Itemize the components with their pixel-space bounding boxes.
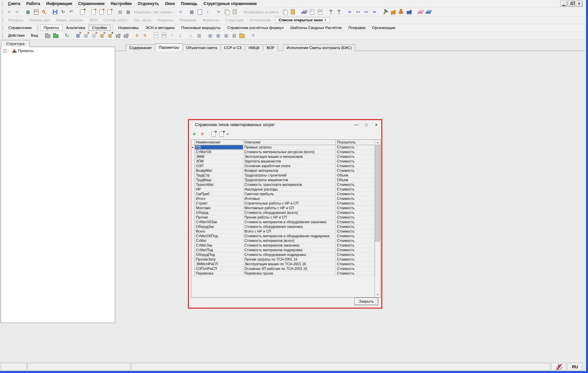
content-tab-1[interactable]: Содержание [126,44,155,51]
workspace-tab-5[interactable]: Нормативы [115,25,142,30]
cell[interactable]: Стоимость материалов заказчика [243,243,336,248]
menu-item-5[interactable]: Настройки [108,0,135,7]
outdent-icon[interactable]: ↤ [354,8,362,16]
normative-base-blue-icon[interactable] [424,8,432,16]
cell[interactable]: Стоимость материалов и оборудования подр… [243,234,336,238]
cell[interactable]: Стоимость [336,168,375,173]
transport-gray1-icon[interactable] [114,32,122,39]
table-row[interactable]: ОборудСтоимость оборудования (всего)Стои… [191,211,380,215]
cell[interactable]: Итого [195,197,243,201]
delete-row-icon[interactable]: × [177,8,184,16]
cell[interactable]: Стоимость [336,206,375,210]
cell[interactable]: Трудозатраты машинистов [243,178,336,182]
content-tab-6[interactable]: ВОР [263,44,278,51]
table-scrollbar[interactable]: ▲ ▼ [375,140,380,297]
cell[interactable]: Эксплуатация машин по ТСН-2001.16 [243,262,336,266]
table-row[interactable]: ►ПЗПрямые затратыСтоимость [191,145,380,150]
norm-grid3-icon[interactable]: ▦ [222,32,230,39]
workspace-tab-8[interactable]: Справочник расчётных формул [224,25,287,30]
content-tab-5[interactable]: НМЦК [245,44,263,51]
table-row[interactable]: ПрочиеЗатрПрочие затраты по ТСН-2001.16С… [191,257,380,262]
menu-item-1[interactable]: Смета [5,0,23,7]
dialog-minimize-button[interactable]: — [351,120,361,129]
table-row[interactable]: МонтажнМонтажные работы с НР и СПСтоимос… [191,206,380,211]
cell[interactable]: Стоимость [336,271,375,276]
page-pr-icon[interactable]: ПР [316,8,324,16]
export-record-icon[interactable] [218,130,225,138]
table-row[interactable]: СтМатОбЗакСтоимость материалов и оборудо… [191,220,380,225]
indent-icon[interactable]: ↦ [362,8,370,16]
cell[interactable]: ОЗП [195,164,243,168]
window-restore-button[interactable] [568,1,575,7]
cut-icon[interactable]: ✂ [215,8,222,16]
menubar-grip[interactable] [2,1,3,6]
cell[interactable]: Объем [336,178,375,182]
copy-to-estimate-icon[interactable] [281,8,288,16]
table-row[interactable]: ПрочиеПрочие работы с НР и СПСтоимость [191,215,380,220]
cell[interactable]: Стоимость [336,145,375,149]
cell[interactable]: СтМатОбПод [195,234,243,238]
table-row[interactable]: ТрудМашТрудозатраты машинистовОбъем [191,178,380,182]
move-up-icon[interactable]: ↑ [168,32,176,39]
workspace-tab-7[interactable]: Поисковые маршруты [178,25,224,30]
content-tab-7[interactable]: Исполнение Сметы контракта (ЕИС) [283,44,355,51]
cell[interactable]: ПЗ [195,145,243,149]
column-header-1[interactable]: Наименование [195,140,243,145]
cell[interactable]: Стоимость [336,192,375,196]
tree-expand-icon[interactable]: + [3,49,7,53]
cell[interactable]: Стоимость [336,225,375,229]
workspace-tab-3[interactable]: Аналитика [63,25,88,30]
table-row[interactable]: СтроитСтроительные работы с НР и СПСтоим… [191,201,380,206]
folder-open-icon[interactable] [52,32,59,39]
machines-truck-icon[interactable] [405,8,413,16]
cell[interactable]: Объем [336,173,375,177]
table-row[interactable]: ВсегоВсего с НР и СПСтоимость [191,229,380,234]
toolbar-grip[interactable] [2,9,3,15]
import-record-icon[interactable] [210,130,217,138]
refresh-tree-icon[interactable]: ↻ [63,32,70,39]
scroll-up-button[interactable]: ▲ [375,140,380,145]
cell[interactable]: Стоимость [336,253,375,257]
cell[interactable]: Накладные расходы [243,187,336,192]
menu-item-7[interactable]: Окно [162,0,178,7]
insert-position-icon[interactable] [97,8,105,16]
paste-icon[interactable] [231,8,238,16]
table-row[interactable]: ОЗПсНРиСПОсновная ЗП рабочих по ТСН-2001… [191,267,380,271]
table-row[interactable]: СмПрибСметная прибыльСтоимость [191,192,380,197]
resource-book-icon[interactable]: ▦ [125,8,132,16]
cell[interactable]: Стоимость [336,164,375,168]
table-row[interactable]: ЭММЭксплуатация машин и механизмовСтоимо… [191,154,380,159]
menu-item-9[interactable]: Структурные справочники [200,0,259,7]
cell[interactable]: ОЗПсНРиСП [195,267,243,271]
cell[interactable]: Стоимость [336,159,375,163]
transport-truck-icon[interactable] [389,8,397,16]
cell[interactable]: ОборудПод [195,253,243,257]
panels-toolbar-grip[interactable] [2,17,3,23]
cell[interactable]: СтМат [195,239,243,243]
outdent-start-icon[interactable]: ↞ [346,8,354,16]
cell[interactable]: СтМатЗак [195,243,243,248]
table-row[interactable]: ТранспМатСтоимость транспорта материалов… [191,182,380,187]
cell[interactable]: ЗПМ [195,159,243,163]
menu-item-4[interactable]: Справочники [75,0,108,7]
cell[interactable]: Сметная прибыль [243,192,336,196]
resources-hammer-icon[interactable] [381,8,389,16]
norm-grid2-icon[interactable]: ▦ [214,32,222,39]
menu-item-6[interactable]: Отдохнуть [135,0,162,7]
cell[interactable]: ЭММсНРиСП [195,262,243,266]
cell[interactable]: Стоимость материальных ресурсов (всего) [243,150,336,154]
excel-export-icon[interactable]: ▦ [24,8,32,16]
language-indicator[interactable]: RU [567,363,583,371]
cell[interactable]: Прочие работы с НР и СП [243,215,336,220]
tab-structure[interactable]: Структура [1,40,30,47]
search-icon[interactable] [40,8,48,16]
cell[interactable]: Основная ЗП рабочих по ТСН-2001.16 [243,267,336,271]
page-pr2-icon[interactable]: ПР [160,32,168,39]
cell[interactable]: Монтажн [195,206,243,210]
materials-bricks-icon[interactable] [397,8,405,16]
content-tab-2[interactable]: Параметры [155,43,183,51]
content-tab-4[interactable]: ССР и СЗ [220,44,245,51]
update-document-icon[interactable] [78,8,86,16]
column-header-2[interactable]: Описание [243,140,336,145]
cell[interactable]: Стоимость [336,197,375,201]
